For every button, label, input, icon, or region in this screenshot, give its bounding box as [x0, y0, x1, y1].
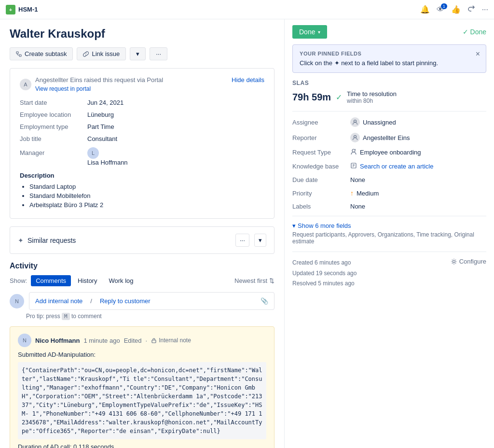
knowledge-base-row: Knowledge base Search or create an artic… [292, 162, 486, 170]
priority-label: Priority [292, 190, 350, 197]
dropdown-button[interactable]: ▾ [130, 47, 146, 60]
labels-row: Labels None [292, 203, 486, 210]
unassigned-icon [350, 117, 360, 127]
svg-point-3 [354, 120, 357, 123]
svg-rect-2 [152, 340, 156, 343]
divider3 [292, 252, 486, 252]
gear-icon [451, 258, 457, 265]
view-portal-link[interactable]: View request in portal [35, 85, 163, 92]
more-icon[interactable]: ··· [482, 5, 488, 14]
priority-icon: ↑ [350, 189, 354, 197]
status-text: ✓ Done [463, 28, 486, 36]
note-json: {"ContainerPath":"ou=CN,ou=people,dc=hon… [18, 362, 266, 439]
comment-box-actions: Add internal note / Reply to customer [35, 297, 151, 305]
knowledge-base-value: Search or create an article [350, 162, 486, 170]
svg-rect-0 [16, 52, 18, 54]
comment-box[interactable]: Add internal note / Reply to customer 📎 [29, 292, 274, 310]
activity-show-left: Show: Comments History Work log [10, 275, 138, 286]
reporter-avatar: A [20, 79, 31, 90]
top-nav-actions: 🔔 👁 1 👍 ··· [420, 5, 488, 14]
hide-details-link[interactable]: Hide details [232, 76, 264, 84]
priority-value: ↑ Medium [350, 189, 486, 197]
card-header: A Angestellter Eins raised this request … [20, 76, 264, 92]
eye-icon[interactable]: 👁 1 [437, 5, 444, 14]
note-card: N Nico Hoffmann 1 minute ago Edited · In… [10, 326, 274, 448]
manager-label: Manager [20, 149, 87, 156]
page-title: Walter Krauskopf [10, 27, 274, 41]
similar-label: Similar requests [27, 237, 76, 244]
svg-rect-1 [19, 55, 21, 56]
tab-worklog[interactable]: Work log [104, 275, 138, 286]
manager-row: Manager L Lisa Hoffmann [20, 147, 264, 166]
link-icon [83, 51, 89, 57]
description-section: Description Standard Laptop Standard Mob… [20, 172, 264, 209]
similar-expand-button[interactable]: ▾ [254, 234, 266, 247]
slas-label: SLAs [292, 80, 486, 86]
note-duration: Duration of AD call: 0.118 seconds [18, 443, 266, 448]
activity-show-row: Show: Comments History Work log Newest f… [10, 275, 274, 286]
similar-left: ✦ Similar requests [18, 237, 76, 244]
pro-tip-key: M [62, 313, 70, 320]
tab-group: Comments History Work log [31, 275, 138, 286]
note-author: Nico Hoffmann [35, 337, 80, 344]
link-issue-button[interactable]: Link issue [77, 47, 126, 60]
start-date-row: Start date Jun 24, 2021 [20, 99, 264, 106]
priority-row: Priority ↑ Medium [292, 189, 486, 197]
due-date-value: None [350, 176, 486, 183]
employee-location-row: Employee location Lüneburg [20, 111, 264, 118]
reporter-field-avatar [350, 133, 360, 142]
description-label: Description [20, 172, 264, 179]
tab-history[interactable]: History [73, 275, 102, 286]
assignee-label: Assignee [292, 119, 350, 126]
reporter-text: Angestellter Eins raised this request vi… [35, 76, 163, 84]
activity-title: Activity [10, 262, 274, 270]
divider [292, 111, 486, 112]
top-nav: + HSM-1 🔔 👁 1 👍 ··· [0, 0, 494, 19]
note-header: N Nico Hoffmann 1 minute ago Edited · In… [18, 334, 266, 347]
svg-point-4 [354, 136, 357, 138]
configure-row: Created 6 minutes ago Updated 19 seconds… [292, 258, 486, 289]
list-item: Standard Laptop [29, 183, 264, 190]
request-type-value: Employee onboarding [350, 148, 486, 156]
status-button[interactable]: Done ▾ [292, 25, 327, 39]
add-internal-note-link[interactable]: Add internal note [35, 297, 82, 305]
svg-point-7 [453, 260, 455, 263]
timestamps: Created 6 minutes ago Updated 19 seconds… [292, 258, 357, 289]
bell-icon[interactable]: 🔔 [420, 5, 430, 14]
tab-comments[interactable]: Comments [31, 275, 71, 286]
attachment-icon[interactable]: 📎 [261, 297, 268, 305]
newest-first[interactable]: Newest first ⇅ [234, 277, 274, 284]
created-timestamp: Created 6 minutes ago [292, 258, 357, 268]
lock-icon [151, 337, 157, 343]
sla-check-icon: ✓ [336, 93, 342, 102]
like-icon[interactable]: 👍 [451, 5, 461, 14]
pinned-fields-box: × YOUR PINNED FIELDS Click on the ✦ next… [292, 44, 486, 73]
pinned-text: Click on the ✦ next to a field label to … [300, 59, 479, 67]
create-subtask-button[interactable]: Create subtask [10, 47, 73, 60]
due-date-row: Due date None [292, 176, 486, 183]
note-lock: Internal note [151, 337, 191, 344]
note-time: 1 minute ago [83, 337, 120, 344]
similar-requests-card: ✦ Similar requests ··· ▾ [10, 226, 274, 254]
configure-link[interactable]: Configure [451, 258, 486, 265]
request-type-label: Request Type [292, 149, 350, 156]
employee-location-label: Employee location [20, 111, 87, 118]
svg-point-5 [352, 149, 355, 152]
knowledge-base-link[interactable]: Search or create an article [360, 163, 433, 170]
employment-type-label: Employment type [20, 123, 87, 130]
knowledge-base-label: Knowledge base [292, 163, 350, 170]
show-more-link[interactable]: ▾ Show 6 more fields [292, 222, 486, 229]
pinned-close-button[interactable]: × [476, 50, 480, 58]
more-actions-button[interactable]: ··· [150, 47, 167, 60]
note-edited: Edited [124, 337, 142, 344]
eye-count: 1 [441, 3, 447, 9]
lock-separator: · [146, 337, 148, 344]
due-date-label: Due date [292, 176, 350, 183]
main-layout: Walter Krauskopf Create subtask Link iss… [0, 19, 494, 448]
reply-to-customer-link[interactable]: Reply to customer [100, 297, 151, 305]
share-icon[interactable] [467, 5, 475, 14]
show-more-sub: Request participants, Approvers, Organiz… [292, 231, 486, 245]
resolved-timestamp: Resolved 5 minutes ago [292, 279, 357, 289]
similar-more-button[interactable]: ··· [235, 234, 249, 247]
onboarding-icon [350, 148, 357, 156]
